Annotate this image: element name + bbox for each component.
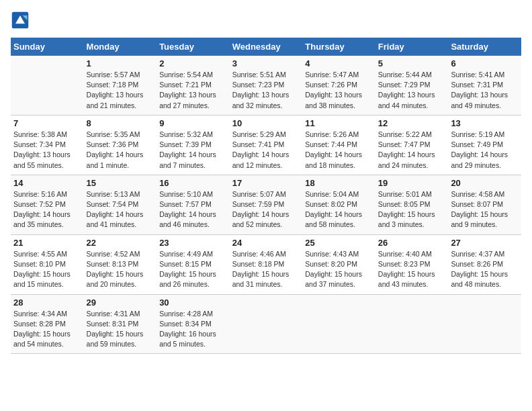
day-number: 27: [451, 238, 519, 248]
day-number: 22: [87, 238, 154, 248]
calendar-cell: 30Sunrise: 4:28 AM Sunset: 8:34 PM Dayli…: [157, 294, 230, 354]
day-info: Sunrise: 5:16 AM Sunset: 7:52 PM Dayligh…: [13, 189, 81, 230]
calendar-cell: 22Sunrise: 4:52 AM Sunset: 8:13 PM Dayli…: [84, 234, 157, 294]
day-info: Sunrise: 5:57 AM Sunset: 7:18 PM Dayligh…: [87, 70, 154, 111]
logo: [11, 11, 31, 30]
day-number: 9: [159, 118, 227, 128]
calendar-cell: [230, 294, 303, 354]
day-number: 19: [378, 178, 446, 188]
day-info: Sunrise: 5:35 AM Sunset: 7:36 PM Dayligh…: [87, 130, 154, 171]
calendar-cell: 16Sunrise: 5:10 AM Sunset: 7:57 PM Dayli…: [157, 175, 230, 234]
day-info: Sunrise: 5:04 AM Sunset: 8:02 PM Dayligh…: [305, 189, 373, 230]
calendar-cell: 7Sunrise: 5:38 AM Sunset: 7:34 PM Daylig…: [11, 115, 84, 175]
calendar-cell: 9Sunrise: 5:32 AM Sunset: 7:39 PM Daylig…: [157, 115, 230, 175]
day-number: 25: [305, 238, 373, 248]
day-number: 8: [87, 118, 154, 128]
day-number: 4: [305, 58, 373, 68]
weekday-header-thursday: Thursday: [302, 38, 375, 56]
day-info: Sunrise: 4:55 AM Sunset: 8:10 PM Dayligh…: [13, 249, 81, 290]
weekday-header-tuesday: Tuesday: [157, 38, 230, 56]
week-row-1: 1Sunrise: 5:57 AM Sunset: 7:18 PM Daylig…: [11, 56, 521, 115]
calendar-cell: 25Sunrise: 4:43 AM Sunset: 8:20 PM Dayli…: [302, 234, 375, 294]
week-row-2: 7Sunrise: 5:38 AM Sunset: 7:34 PM Daylig…: [11, 115, 521, 175]
day-number: 29: [87, 298, 154, 308]
day-info: Sunrise: 5:19 AM Sunset: 7:49 PM Dayligh…: [451, 130, 519, 171]
day-info: Sunrise: 4:49 AM Sunset: 8:15 PM Dayligh…: [159, 249, 227, 290]
calendar-cell: [11, 56, 84, 115]
day-info: Sunrise: 4:37 AM Sunset: 8:26 PM Dayligh…: [451, 249, 519, 290]
day-number: 30: [159, 298, 227, 308]
calendar-cell: 6Sunrise: 5:41 AM Sunset: 7:31 PM Daylig…: [448, 56, 521, 115]
calendar-cell: 14Sunrise: 5:16 AM Sunset: 7:52 PM Dayli…: [11, 175, 84, 234]
day-info: Sunrise: 5:26 AM Sunset: 7:44 PM Dayligh…: [305, 130, 373, 171]
calendar-cell: 2Sunrise: 5:54 AM Sunset: 7:21 PM Daylig…: [157, 56, 230, 115]
week-row-4: 21Sunrise: 4:55 AM Sunset: 8:10 PM Dayli…: [11, 234, 521, 294]
day-info: Sunrise: 5:32 AM Sunset: 7:39 PM Dayligh…: [159, 130, 227, 171]
day-number: 28: [13, 298, 81, 308]
day-info: Sunrise: 5:13 AM Sunset: 7:54 PM Dayligh…: [87, 189, 154, 230]
day-info: Sunrise: 5:41 AM Sunset: 7:31 PM Dayligh…: [451, 70, 519, 111]
day-number: 2: [159, 58, 227, 68]
weekday-header-wednesday: Wednesday: [230, 38, 303, 56]
calendar-cell: 29Sunrise: 4:31 AM Sunset: 8:31 PM Dayli…: [84, 294, 157, 354]
calendar-cell: 20Sunrise: 4:58 AM Sunset: 8:07 PM Dayli…: [448, 175, 521, 234]
calendar-cell: 13Sunrise: 5:19 AM Sunset: 7:49 PM Dayli…: [448, 115, 521, 175]
day-number: 14: [13, 178, 81, 188]
calendar-cell: [302, 294, 375, 354]
day-number: 11: [305, 118, 373, 128]
day-info: Sunrise: 4:34 AM Sunset: 8:28 PM Dayligh…: [13, 309, 81, 350]
day-number: 24: [232, 238, 300, 248]
day-number: 3: [232, 58, 300, 68]
day-info: Sunrise: 4:58 AM Sunset: 8:07 PM Dayligh…: [451, 189, 519, 230]
day-info: Sunrise: 5:38 AM Sunset: 7:34 PM Dayligh…: [13, 130, 81, 171]
calendar-cell: 5Sunrise: 5:44 AM Sunset: 7:29 PM Daylig…: [375, 56, 449, 115]
weekday-header-row: SundayMondayTuesdayWednesdayThursdayFrid…: [11, 38, 521, 56]
day-number: 5: [378, 58, 446, 68]
day-info: Sunrise: 5:54 AM Sunset: 7:21 PM Dayligh…: [159, 70, 227, 111]
day-number: 16: [159, 178, 227, 188]
week-row-5: 28Sunrise: 4:34 AM Sunset: 8:28 PM Dayli…: [11, 294, 521, 354]
calendar-cell: 28Sunrise: 4:34 AM Sunset: 8:28 PM Dayli…: [11, 294, 84, 354]
calendar-cell: 10Sunrise: 5:29 AM Sunset: 7:41 PM Dayli…: [230, 115, 303, 175]
day-number: 23: [159, 238, 227, 248]
day-number: 21: [13, 238, 81, 248]
day-number: 13: [451, 118, 519, 128]
page-header: [11, 11, 521, 30]
day-info: Sunrise: 5:07 AM Sunset: 7:59 PM Dayligh…: [232, 189, 300, 230]
day-number: 26: [378, 238, 446, 248]
logo-icon: [11, 11, 30, 30]
day-number: 18: [305, 178, 373, 188]
day-info: Sunrise: 5:01 AM Sunset: 8:05 PM Dayligh…: [378, 189, 446, 230]
day-number: 1: [87, 58, 154, 68]
calendar-cell: 24Sunrise: 4:46 AM Sunset: 8:18 PM Dayli…: [230, 234, 303, 294]
day-info: Sunrise: 5:47 AM Sunset: 7:26 PM Dayligh…: [305, 70, 373, 111]
day-info: Sunrise: 4:40 AM Sunset: 8:23 PM Dayligh…: [378, 249, 446, 290]
day-number: 7: [13, 118, 81, 128]
week-row-3: 14Sunrise: 5:16 AM Sunset: 7:52 PM Dayli…: [11, 175, 521, 234]
weekday-header-saturday: Saturday: [448, 38, 521, 56]
calendar-cell: 23Sunrise: 4:49 AM Sunset: 8:15 PM Dayli…: [157, 234, 230, 294]
calendar-cell: 17Sunrise: 5:07 AM Sunset: 7:59 PM Dayli…: [230, 175, 303, 234]
day-number: 10: [232, 118, 300, 128]
calendar-cell: 3Sunrise: 5:51 AM Sunset: 7:23 PM Daylig…: [230, 56, 303, 115]
weekday-header-friday: Friday: [375, 38, 449, 56]
calendar-cell: 15Sunrise: 5:13 AM Sunset: 7:54 PM Dayli…: [84, 175, 157, 234]
calendar-table: SundayMondayTuesdayWednesdayThursdayFrid…: [11, 38, 521, 354]
day-number: 20: [451, 178, 519, 188]
calendar-cell: 21Sunrise: 4:55 AM Sunset: 8:10 PM Dayli…: [11, 234, 84, 294]
calendar-cell: 4Sunrise: 5:47 AM Sunset: 7:26 PM Daylig…: [302, 56, 375, 115]
calendar-cell: 26Sunrise: 4:40 AM Sunset: 8:23 PM Dayli…: [375, 234, 449, 294]
day-info: Sunrise: 4:31 AM Sunset: 8:31 PM Dayligh…: [87, 309, 154, 350]
day-info: Sunrise: 4:43 AM Sunset: 8:20 PM Dayligh…: [305, 249, 373, 290]
day-number: 17: [232, 178, 300, 188]
day-number: 15: [87, 178, 154, 188]
calendar-cell: [448, 294, 521, 354]
day-number: 6: [451, 58, 519, 68]
day-info: Sunrise: 4:46 AM Sunset: 8:18 PM Dayligh…: [232, 249, 300, 290]
calendar-cell: 11Sunrise: 5:26 AM Sunset: 7:44 PM Dayli…: [302, 115, 375, 175]
day-info: Sunrise: 4:52 AM Sunset: 8:13 PM Dayligh…: [87, 249, 154, 290]
calendar-cell: 8Sunrise: 5:35 AM Sunset: 7:36 PM Daylig…: [84, 115, 157, 175]
calendar-cell: 12Sunrise: 5:22 AM Sunset: 7:47 PM Dayli…: [375, 115, 449, 175]
day-info: Sunrise: 5:44 AM Sunset: 7:29 PM Dayligh…: [378, 70, 446, 111]
calendar-cell: 27Sunrise: 4:37 AM Sunset: 8:26 PM Dayli…: [448, 234, 521, 294]
